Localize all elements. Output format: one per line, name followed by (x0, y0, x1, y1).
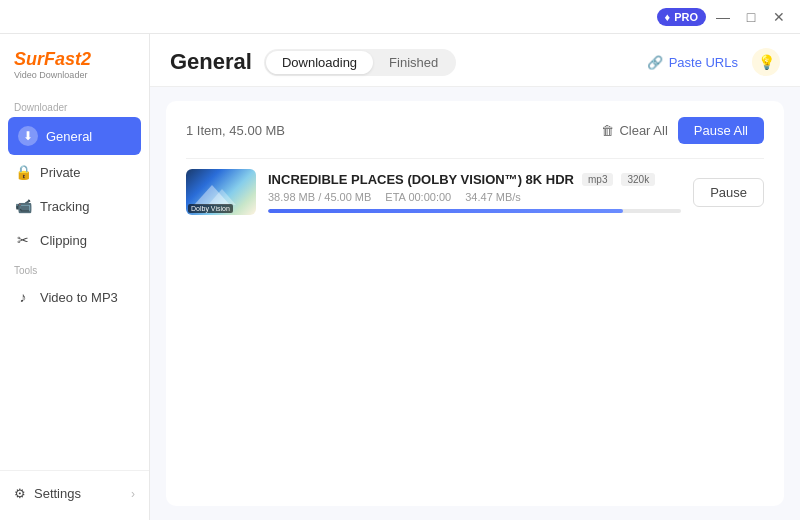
diamond-icon: ♦ (665, 11, 671, 23)
trash-icon: 🗑 (601, 123, 614, 138)
clear-all-button[interactable]: 🗑 Clear All (601, 123, 667, 138)
settings-item[interactable]: ⚙ Settings › (0, 477, 149, 510)
gear-icon: ⚙ (14, 486, 26, 501)
paste-urls-button[interactable]: 🔗 Paste URLs (647, 55, 738, 70)
pause-button[interactable]: Pause (693, 178, 764, 207)
progress-bar-fill (268, 209, 623, 213)
logo-area: SurFast2 Video Downloader (0, 44, 149, 94)
logo-subtitle: Video Downloader (14, 70, 135, 80)
download-summary: 1 Item, 45.00 MB 🗑 Clear All Pause All (186, 117, 764, 144)
scissors-icon: ✂ (14, 232, 32, 248)
sidebar-item-general[interactable]: ⬇ General (8, 117, 141, 155)
sidebar-item-video-to-mp3[interactable]: ♪ Video to MP3 (0, 280, 149, 314)
app-body: SurFast2 Video Downloader Downloader ⬇ G… (0, 34, 800, 520)
sidebar-item-clipping[interactable]: ✂ Clipping (0, 223, 149, 257)
maximize-button[interactable]: □ (740, 6, 762, 28)
sidebar-item-video-to-mp3-label: Video to MP3 (40, 290, 118, 305)
downloader-section-label: Downloader (0, 94, 149, 117)
tab-group: Downloading Finished (264, 49, 456, 76)
tab-finished[interactable]: Finished (373, 51, 454, 74)
tag-quality: 320k (621, 173, 655, 186)
sidebar-bottom: ⚙ Settings › (0, 470, 149, 510)
chevron-right-icon: › (131, 487, 135, 501)
settings-label: Settings (34, 486, 81, 501)
download-area: 1 Item, 45.00 MB 🗑 Clear All Pause All D… (166, 101, 784, 506)
music-icon: ♪ (14, 289, 32, 305)
tag-format: mp3 (582, 173, 613, 186)
sidebar: SurFast2 Video Downloader Downloader ⬇ G… (0, 34, 150, 520)
content-area: General Downloading Finished 🔗 Paste URL… (150, 34, 800, 520)
sidebar-item-private-label: Private (40, 165, 80, 180)
item-eta: ETA 00:00:00 (385, 191, 451, 203)
tools-section-label: Tools (0, 257, 149, 280)
item-title: INCREDIBLE PLACES (DOLBY VISION™) 8K HDR (268, 172, 574, 187)
download-item: Dolby Vision INCREDIBLE PLACES (DOLBY VI… (186, 158, 764, 225)
item-meta: 38.98 MB / 45.00 MB ETA 00:00:00 34.47 M… (268, 191, 681, 203)
link-icon: 🔗 (647, 55, 663, 70)
page-title: General (170, 49, 252, 75)
logo-number: 2 (81, 49, 91, 69)
sidebar-item-tracking-label: Tracking (40, 199, 89, 214)
pro-badge[interactable]: ♦ PRO (657, 8, 706, 26)
sidebar-item-general-label: General (46, 129, 92, 144)
thumbnail: Dolby Vision (186, 169, 256, 215)
item-info: INCREDIBLE PLACES (DOLBY VISION™) 8K HDR… (268, 172, 681, 213)
sidebar-item-tracking[interactable]: 📹 Tracking (0, 189, 149, 223)
camera-icon: 📹 (14, 198, 32, 214)
item-speed: 34.47 MB/s (465, 191, 521, 203)
content-header: General Downloading Finished 🔗 Paste URL… (150, 34, 800, 87)
logo-title: SurFast2 (14, 50, 135, 68)
bulb-icon: 💡 (758, 54, 775, 70)
tab-downloading[interactable]: Downloading (266, 51, 373, 74)
bulb-button[interactable]: 💡 (752, 48, 780, 76)
minimize-button[interactable]: — (712, 6, 734, 28)
thumb-label: Dolby Vision (188, 204, 233, 213)
summary-text: 1 Item, 45.00 MB (186, 123, 285, 138)
title-bar: ♦ PRO — □ ✕ (0, 0, 800, 34)
download-icon: ⬇ (18, 126, 38, 146)
item-size: 38.98 MB / 45.00 MB (268, 191, 371, 203)
close-button[interactable]: ✕ (768, 6, 790, 28)
progress-bar-bg (268, 209, 681, 213)
sidebar-item-private[interactable]: 🔒 Private (0, 155, 149, 189)
lock-icon: 🔒 (14, 164, 32, 180)
sidebar-item-clipping-label: Clipping (40, 233, 87, 248)
pause-all-button[interactable]: Pause All (678, 117, 764, 144)
